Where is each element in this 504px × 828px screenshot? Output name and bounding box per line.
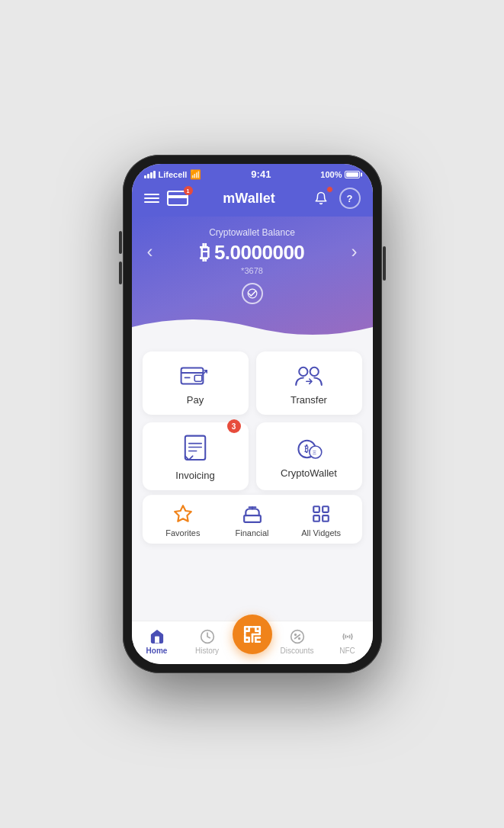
signal-icon bbox=[144, 171, 156, 178]
phone-frame: Lifecell 📶 9:41 100% 1 bbox=[123, 155, 382, 673]
svg-rect-26 bbox=[245, 637, 249, 641]
toggle-balance-button[interactable] bbox=[242, 283, 263, 304]
all-widgets-label: All Vidgets bbox=[301, 528, 341, 538]
nav-nfc[interactable]: NFC bbox=[323, 626, 373, 658]
home-icon bbox=[149, 629, 165, 644]
notification-button[interactable] bbox=[310, 188, 332, 209]
cryptowallet-label: CryptoWallet bbox=[281, 467, 337, 479]
battery-fill bbox=[346, 172, 358, 177]
app-header: 1 mWallet ? bbox=[132, 183, 373, 217]
all-widgets-button[interactable]: All Vidgets bbox=[287, 504, 356, 538]
carrier-name: Lifecell bbox=[159, 170, 188, 179]
wave-divider bbox=[132, 312, 373, 342]
invoicing-badge: 3 bbox=[227, 419, 241, 433]
cryptowallet-icon: ₿ Ξ bbox=[294, 437, 324, 461]
card-icon-wrap[interactable]: 1 bbox=[167, 191, 188, 206]
financial-label: Financial bbox=[235, 528, 268, 538]
balance-center: Cryptowallet Balance ₿ 5.0000000 *3678 bbox=[153, 227, 352, 275]
nfc-icon bbox=[340, 629, 355, 644]
svg-rect-24 bbox=[245, 627, 249, 631]
transfer-label: Transfer bbox=[291, 394, 327, 406]
status-left: Lifecell 📶 bbox=[144, 169, 202, 180]
svg-rect-25 bbox=[255, 627, 259, 631]
transfer-icon bbox=[294, 364, 324, 388]
battery-icon bbox=[345, 171, 360, 178]
help-button[interactable]: ? bbox=[339, 188, 361, 209]
financial-widget[interactable]: Financial bbox=[217, 504, 287, 538]
card-badge: 1 bbox=[184, 186, 193, 195]
history-icon bbox=[200, 629, 215, 644]
pay-button[interactable]: Pay bbox=[143, 351, 249, 415]
svg-rect-19 bbox=[313, 506, 319, 512]
svg-point-6 bbox=[310, 367, 319, 376]
discounts-icon bbox=[290, 629, 305, 644]
status-bar: Lifecell 📶 9:41 100% bbox=[132, 164, 373, 183]
nav-discounts-label: Discounts bbox=[281, 647, 314, 655]
favorites-widget[interactable]: Favorites bbox=[149, 504, 218, 538]
nav-home[interactable]: Home bbox=[132, 626, 182, 658]
bottom-nav: Home History bbox=[132, 621, 373, 664]
notification-badge bbox=[326, 186, 333, 193]
favorites-icon bbox=[173, 504, 193, 524]
svg-rect-16 bbox=[244, 515, 261, 522]
svg-rect-22 bbox=[323, 515, 329, 522]
balance-label: Cryptowallet Balance bbox=[153, 227, 352, 238]
svg-text:Ξ: Ξ bbox=[313, 449, 316, 456]
volume-up-button[interactable] bbox=[119, 231, 122, 254]
header-right: ? bbox=[310, 188, 361, 209]
favorites-label: Favorites bbox=[165, 528, 200, 538]
invoicing-button[interactable]: 3 Invoicing bbox=[143, 422, 249, 490]
balance-section: ‹ Cryptowallet Balance ₿ 5.0000000 *3678… bbox=[132, 217, 373, 342]
invoice-icon bbox=[182, 435, 208, 464]
pay-label: Pay bbox=[187, 394, 204, 406]
nav-discounts[interactable]: Discounts bbox=[272, 626, 323, 658]
svg-rect-4 bbox=[194, 375, 202, 381]
battery-percent: 100% bbox=[320, 170, 342, 179]
wifi-icon: 📶 bbox=[190, 169, 201, 180]
action-grid: Pay Transfer bbox=[132, 342, 373, 495]
nav-history-label: History bbox=[195, 647, 219, 655]
scan-button[interactable] bbox=[233, 615, 272, 654]
svg-text:₿: ₿ bbox=[304, 444, 309, 454]
phone-screen: Lifecell 📶 9:41 100% 1 bbox=[132, 164, 373, 664]
widget-row: Favorites Financial bbox=[143, 495, 362, 544]
svg-point-39 bbox=[294, 634, 296, 636]
account-id: *3678 bbox=[153, 266, 352, 275]
svg-rect-20 bbox=[323, 506, 329, 512]
app-title: mWallet bbox=[223, 191, 274, 207]
balance-nav: ‹ Cryptowallet Balance ₿ 5.0000000 *3678… bbox=[144, 227, 361, 275]
status-time: 9:41 bbox=[251, 168, 271, 180]
svg-point-5 bbox=[299, 367, 307, 376]
svg-rect-21 bbox=[313, 515, 319, 522]
balance-amount: ₿ 5.0000000 bbox=[153, 241, 352, 265]
prev-wallet-button[interactable]: ‹ bbox=[147, 241, 153, 262]
status-right: 100% bbox=[320, 170, 360, 179]
balance-value: 5.0000000 bbox=[214, 241, 304, 264]
svg-point-40 bbox=[298, 638, 300, 640]
nav-scan[interactable] bbox=[233, 627, 272, 657]
pay-icon bbox=[180, 364, 210, 388]
cryptowallet-button[interactable]: ₿ Ξ CryptoWallet bbox=[256, 422, 362, 490]
next-wallet-button[interactable]: › bbox=[352, 241, 358, 262]
svg-marker-15 bbox=[175, 505, 191, 522]
transfer-button[interactable]: Transfer bbox=[256, 351, 362, 415]
nav-home-label: Home bbox=[146, 647, 168, 655]
currency-symbol: ₿ bbox=[200, 241, 210, 264]
power-button[interactable] bbox=[383, 246, 386, 281]
menu-button[interactable] bbox=[144, 194, 159, 203]
all-widgets-icon bbox=[311, 504, 331, 524]
header-left: 1 bbox=[144, 191, 188, 206]
invoicing-label: Invoicing bbox=[175, 470, 214, 481]
financial-icon bbox=[242, 504, 262, 524]
nav-history[interactable]: History bbox=[182, 626, 233, 658]
main-content: Pay Transfer bbox=[132, 342, 373, 621]
volume-down-button[interactable] bbox=[119, 262, 122, 284]
balance-toggle bbox=[144, 283, 361, 304]
nav-nfc-label: NFC bbox=[339, 647, 355, 655]
